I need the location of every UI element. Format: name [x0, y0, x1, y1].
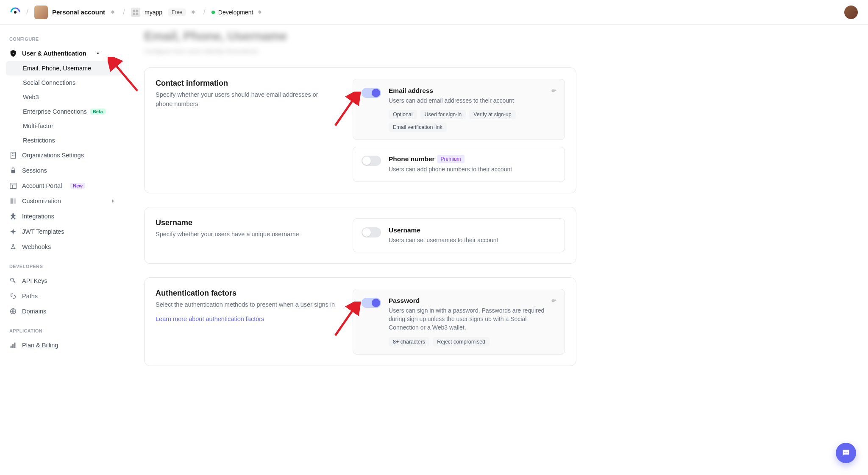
- svg-point-0: [14, 11, 17, 14]
- subnav-mfa[interactable]: Multi-factor: [6, 119, 122, 133]
- app-icon: [131, 8, 140, 17]
- svg-line-25: [335, 98, 354, 126]
- subnav-restrictions[interactable]: Restrictions: [6, 133, 122, 148]
- nav-sessions[interactable]: Sessions: [5, 163, 122, 178]
- learn-more-link[interactable]: Learn more about authentication factors: [156, 316, 264, 322]
- clerk-logo[interactable]: [10, 7, 20, 17]
- option-title: Username: [389, 226, 556, 234]
- svg-rect-1: [133, 9, 135, 11]
- separator: /: [123, 8, 125, 17]
- svg-rect-12: [10, 183, 16, 189]
- card-auth-factors: Authentication factors Select the authen…: [144, 277, 576, 366]
- sidebar-section-configure: CONFIGURE: [5, 32, 122, 46]
- toggle-email[interactable]: [362, 88, 381, 98]
- nav-domains[interactable]: Domains: [5, 304, 122, 319]
- svg-line-26: [335, 308, 354, 335]
- app-picker[interactable]: myapp Free: [131, 8, 198, 17]
- option-title: Phone numberPremium: [389, 155, 556, 163]
- svg-rect-2: [136, 9, 138, 11]
- card-description: Specify whether your users should have e…: [156, 90, 336, 109]
- account-name: Personal account: [52, 8, 105, 16]
- toggle-phone[interactable]: [362, 156, 381, 166]
- blurred-page-header: Email, Phone, Username Configure how use…: [144, 25, 576, 67]
- subnav-enterprise[interactable]: Enterprise ConnectionsBeta: [6, 104, 122, 119]
- link-icon: [9, 292, 17, 300]
- toggle-password[interactable]: [362, 298, 381, 308]
- building-icon: [9, 151, 17, 159]
- pill: Reject compromised: [433, 337, 490, 346]
- updown-icon: [111, 9, 117, 15]
- env-status-dot: [211, 11, 215, 14]
- subnav-web3[interactable]: Web3: [6, 90, 122, 104]
- nav-label: Domains: [22, 308, 46, 315]
- svg-rect-6: [11, 152, 16, 158]
- pill: Optional: [389, 110, 417, 119]
- gear-icon[interactable]: [549, 297, 557, 306]
- nav-label: JWT Templates: [22, 228, 64, 235]
- plan-badge: Free: [168, 8, 186, 16]
- environment-picker[interactable]: Development: [211, 9, 264, 16]
- option-title: Email address: [389, 87, 556, 95]
- svg-rect-22: [11, 346, 12, 348]
- nav-label: Paths: [22, 293, 38, 299]
- svg-rect-11: [11, 170, 15, 173]
- pill: Used for sign-in: [420, 110, 466, 119]
- nav-integrations[interactable]: Integrations: [5, 209, 122, 224]
- toggle-username[interactable]: [362, 227, 381, 238]
- svg-rect-10: [14, 155, 14, 156]
- webhook-icon: [9, 243, 17, 251]
- nav-paths[interactable]: Paths: [5, 288, 122, 304]
- nav-label: Account Portal: [22, 182, 62, 189]
- option-desc: Users can sign in with a password. Passw…: [389, 306, 556, 332]
- nav-user-auth[interactable]: User & Authentication: [5, 46, 122, 61]
- premium-badge: Premium: [437, 155, 465, 163]
- env-name: Development: [218, 9, 253, 16]
- svg-rect-3: [133, 12, 135, 14]
- palette-icon: [9, 197, 17, 205]
- new-badge: New: [70, 183, 85, 189]
- subnav-email-phone-username[interactable]: Email, Phone, Username: [6, 61, 122, 75]
- svg-rect-8: [14, 154, 14, 154]
- updown-icon: [258, 9, 264, 15]
- nav-webhooks[interactable]: Webhooks: [5, 239, 122, 254]
- option-desc: Users can set usernames to their account: [389, 236, 556, 244]
- sidebar: CONFIGURE User & Authentication Email, P…: [0, 25, 127, 397]
- nav-plan-billing[interactable]: Plan & Billing: [5, 338, 122, 353]
- nav-api-keys[interactable]: API Keys: [5, 273, 122, 288]
- nav-portal[interactable]: Account PortalNew: [5, 178, 122, 193]
- sidebar-section-application: APPLICATION: [5, 324, 122, 338]
- nav-orgs[interactable]: Organizations Settings: [5, 148, 122, 163]
- chart-icon: [9, 341, 17, 349]
- option-title: Password: [389, 297, 556, 305]
- nav-jwt[interactable]: JWT Templates: [5, 224, 122, 239]
- nav-label: API Keys: [22, 277, 47, 284]
- nav-label: Integrations: [22, 213, 54, 220]
- layout-icon: [9, 182, 17, 190]
- option-desc: Users can add phone numbers to their acc…: [389, 165, 556, 173]
- nav-customization[interactable]: Customization: [5, 193, 122, 209]
- account-picker[interactable]: Personal account: [34, 6, 117, 19]
- topbar: / Personal account / myapp Free / Develo…: [0, 0, 868, 25]
- svg-rect-16: [14, 198, 16, 204]
- key-icon: [9, 277, 17, 285]
- pill: 8+ characters: [389, 337, 429, 346]
- sidebar-section-developers: DEVELOPERS: [5, 260, 122, 273]
- svg-rect-15: [11, 198, 13, 204]
- subnav-social[interactable]: Social Connections: [6, 75, 122, 90]
- option-phone-number: Phone numberPremium Users can add phone …: [353, 147, 565, 182]
- card-description: Specify whether your users have a unique…: [156, 230, 336, 239]
- svg-rect-24: [14, 343, 16, 348]
- pill: Email verification link: [389, 123, 447, 132]
- gear-icon[interactable]: [549, 87, 557, 96]
- svg-rect-7: [12, 154, 13, 154]
- svg-rect-4: [136, 12, 138, 14]
- sparkle-icon: [9, 228, 17, 235]
- option-email-address: Email address Users can add email addres…: [353, 79, 565, 140]
- svg-rect-9: [12, 155, 13, 156]
- card-contact-info: Contact information Specify whether your…: [144, 67, 576, 193]
- nav-label: Sessions: [22, 167, 47, 174]
- nav-label: User & Authentication: [22, 50, 86, 57]
- shield-check-icon: [9, 50, 17, 57]
- chevron-right-icon: [109, 197, 117, 205]
- user-avatar[interactable]: [844, 6, 858, 19]
